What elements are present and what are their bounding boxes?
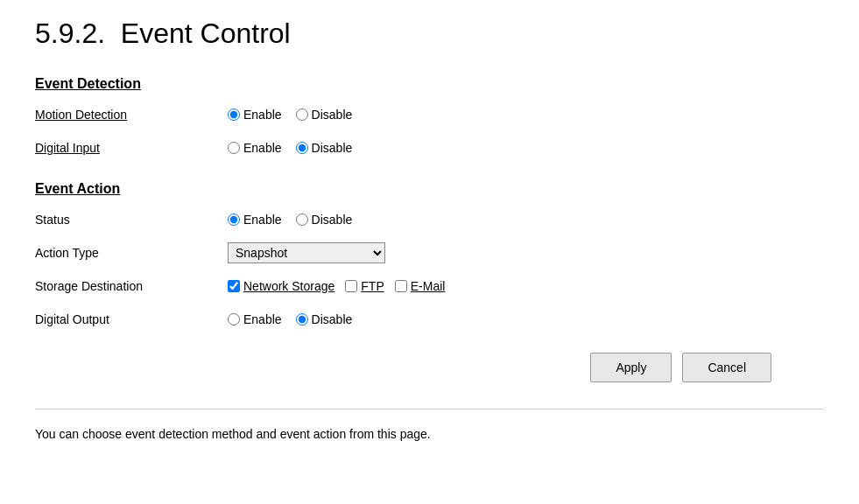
motion-detection-disable-radio[interactable] (296, 108, 308, 121)
digital-output-enable-option[interactable]: Enable (228, 312, 282, 326)
digital-output-radio-group: Enable Disable (228, 312, 352, 326)
digital-output-label: Digital Output (35, 312, 228, 326)
footer-text: You can choose event detection method an… (35, 427, 824, 441)
motion-detection-enable-option[interactable]: Enable (228, 108, 282, 122)
status-radio-group: Enable Disable (228, 213, 352, 227)
status-disable-radio[interactable] (296, 214, 308, 226)
digital-input-disable-radio[interactable] (296, 142, 308, 154)
storage-destination-label: Storage Destination (35, 279, 228, 293)
digital-input-enable-option[interactable]: Enable (228, 141, 282, 155)
digital-input-enable-radio[interactable] (228, 142, 240, 154)
digital-output-disable-radio[interactable] (296, 313, 308, 326)
digital-input-radio-group: Enable Disable (228, 141, 352, 155)
motion-detection-disable-option[interactable]: Disable (296, 108, 353, 122)
action-type-row: Action Type Snapshot Record FTP Upload (35, 241, 824, 265)
button-row: Apply Cancel (35, 353, 824, 382)
motion-detection-radio-group: Enable Disable (228, 108, 352, 122)
divider (35, 409, 824, 410)
action-type-select[interactable]: Snapshot Record FTP Upload (228, 242, 385, 263)
motion-detection-label: Motion Detection (35, 108, 228, 122)
motion-detection-row: Motion Detection Enable Disable (35, 102, 824, 127)
motion-detection-enable-radio[interactable] (228, 108, 240, 121)
event-action-label: Event Action (35, 181, 824, 197)
status-disable-option[interactable]: Disable (296, 213, 353, 227)
digital-input-row: Digital Input Enable Disable (35, 136, 824, 160)
digital-output-enable-radio[interactable] (228, 313, 240, 326)
action-type-label: Action Type (35, 246, 228, 260)
network-storage-checkbox[interactable] (228, 280, 240, 292)
email-text: E-Mail (411, 279, 446, 293)
status-label: Status (35, 213, 228, 227)
digital-input-disable-option[interactable]: Disable (296, 141, 353, 155)
cancel-button[interactable]: Cancel (682, 353, 771, 382)
digital-output-row: Digital Output Enable Disable (35, 307, 824, 332)
event-action-section: Event Action Status Enable Disable Actio… (35, 181, 824, 332)
status-enable-option[interactable]: Enable (228, 213, 282, 227)
digital-input-label: Digital Input (35, 141, 228, 155)
email-checkbox[interactable] (395, 280, 407, 292)
status-enable-radio[interactable] (228, 214, 240, 226)
network-storage-text: Network Storage (243, 279, 334, 293)
ftp-checkbox[interactable] (345, 280, 357, 292)
digital-output-disable-option[interactable]: Disable (296, 312, 353, 326)
storage-destination-checkbox-group: Network Storage FTP E-Mail (228, 279, 445, 293)
network-storage-option[interactable]: Network Storage (228, 279, 334, 293)
status-row: Status Enable Disable (35, 207, 824, 232)
ftp-option[interactable]: FTP (345, 279, 384, 293)
email-option[interactable]: E-Mail (395, 279, 446, 293)
event-detection-label: Event Detection (35, 76, 824, 92)
apply-button[interactable]: Apply (590, 353, 672, 382)
page-title: 5.9.2. Event Control (35, 18, 824, 50)
ftp-text: FTP (361, 279, 384, 293)
event-detection-section: Event Detection Motion Detection Enable … (35, 76, 824, 160)
storage-destination-row: Storage Destination Network Storage FTP … (35, 274, 824, 298)
